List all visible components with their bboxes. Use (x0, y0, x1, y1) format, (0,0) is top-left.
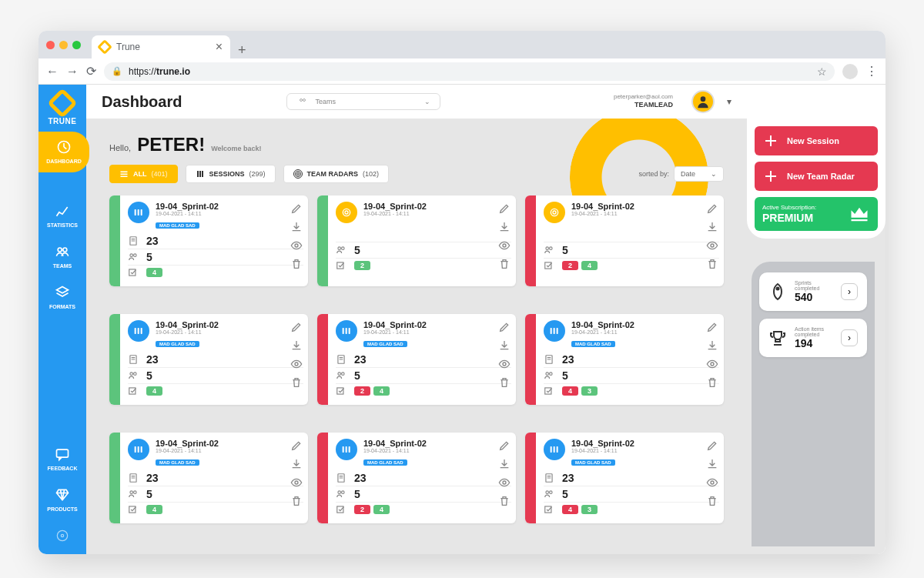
download-icon[interactable] (497, 220, 511, 234)
browser-tab[interactable]: Trune × (92, 35, 230, 58)
trash-icon[interactable] (497, 494, 511, 508)
new-tab-button[interactable]: + (238, 42, 246, 58)
tab-close-icon[interactable]: × (216, 40, 223, 54)
people-count: 5 (562, 244, 568, 256)
check-icon (128, 504, 139, 515)
eye-icon[interactable] (290, 239, 303, 252)
eye-icon[interactable] (290, 476, 303, 489)
stat-sprints[interactable]: Sprints completed 540 › (759, 272, 867, 311)
trash-icon[interactable] (497, 257, 511, 271)
session-card[interactable]: 19-04_Sprint-02 19-04-2021 - 14:11 MAD G… (109, 314, 308, 405)
edit-icon[interactable] (290, 439, 303, 453)
browser-menu-icon[interactable]: ⋮ (865, 64, 878, 79)
reload-icon[interactable]: ⟳ (86, 64, 96, 79)
download-icon[interactable] (705, 457, 719, 471)
download-icon[interactable] (290, 339, 303, 352)
window-close-dot[interactable] (46, 41, 55, 49)
back-icon[interactable]: ← (46, 65, 59, 79)
user-menu-chevron-icon[interactable]: ▾ (727, 96, 732, 107)
edit-icon[interactable] (705, 202, 719, 215)
edit-icon[interactable] (497, 320, 511, 334)
session-card[interactable]: 19-04_Sprint-02 19-04-2021 - 14:11 MAD G… (109, 433, 308, 523)
download-icon[interactable] (705, 339, 719, 352)
trash-icon[interactable] (705, 376, 719, 389)
chevron-right-icon[interactable]: › (841, 329, 858, 346)
svg-rect-78 (129, 506, 136, 513)
session-card[interactable]: 19-04_Sprint-02 19-04-2021 - 14:11 MAD G… (525, 314, 724, 405)
card-grid: 19-04_Sprint-02 19-04-2021 - 14:11 MAD G… (86, 183, 747, 554)
session-card[interactable]: 19-04_Sprint-02 19-04-2021 - 14:11 5 2 (317, 195, 516, 286)
sidebar-item-formats[interactable]: FORMATS (38, 277, 86, 318)
doc-count: 23 (146, 353, 159, 366)
svg-point-97 (550, 491, 553, 494)
new-session-button[interactable]: New Session (755, 126, 878, 155)
svg-rect-70 (135, 446, 136, 453)
session-card[interactable]: 19-04_Sprint-02 19-04-2021 - 14:11 MAD G… (317, 433, 516, 523)
profile-icon[interactable] (842, 64, 858, 79)
sort-label: sorted by: (638, 170, 669, 178)
forward-icon[interactable]: → (66, 65, 79, 79)
new-radar-button[interactable]: New Team Radar (755, 162, 878, 191)
filter-sessions[interactable]: SESSIONS (299) (186, 165, 276, 183)
download-icon[interactable] (290, 457, 303, 471)
sidebar-item-feedback[interactable]: FEEDBACK (38, 439, 86, 479)
url-input[interactable]: 🔒 https://trune.io ☆ (104, 62, 835, 81)
sidebar-item-settings[interactable] (38, 520, 86, 554)
eye-icon[interactable] (705, 476, 719, 489)
trash-icon[interactable] (290, 376, 303, 389)
window-max-dot[interactable] (72, 41, 81, 49)
trash-icon[interactable] (497, 376, 511, 389)
brand-name: TRUNE (49, 117, 77, 125)
eye-icon[interactable] (705, 357, 719, 371)
filter-all[interactable]: ALL (401) (109, 165, 178, 183)
eye-icon[interactable] (497, 357, 511, 371)
svg-point-34 (553, 211, 556, 214)
url-text: https://trune.io (129, 66, 190, 77)
trash-icon[interactable] (705, 257, 719, 271)
sidebar-item-statistics[interactable]: STATISTICS (38, 195, 86, 236)
badge: 4 (581, 261, 598, 270)
edit-icon[interactable] (705, 439, 719, 453)
download-icon[interactable] (290, 220, 303, 234)
subscription-badge[interactable]: Active Subscription: PREMIUM (755, 197, 878, 231)
download-icon[interactable] (705, 220, 719, 234)
sidebar-item-teams[interactable]: TEAMS (38, 236, 86, 277)
edit-icon[interactable] (705, 320, 719, 334)
page-title: Dashboard (102, 93, 182, 111)
stat-actions[interactable]: Action items completed 194 › (759, 319, 867, 357)
eye-icon[interactable] (290, 357, 303, 371)
trash-icon[interactable] (290, 257, 303, 271)
team-selector[interactable]: Teams ⌄ (286, 93, 440, 110)
plus-icon (762, 132, 779, 149)
badge: 3 (581, 505, 598, 514)
people-count: 5 (146, 488, 152, 500)
edit-icon[interactable] (290, 202, 303, 215)
session-card[interactable]: 19-04_Sprint-02 19-04-2021 - 14:11 MAD G… (109, 195, 308, 286)
sidebar-item-dashboard[interactable]: DASHBOARD (38, 132, 89, 172)
eye-icon[interactable] (705, 239, 719, 252)
session-card[interactable]: 19-04_Sprint-02 19-04-2021 - 14:11 5 24 (525, 195, 724, 286)
window-min-dot[interactable] (59, 41, 68, 49)
sidebar-item-products[interactable]: PRODUCTS (38, 479, 86, 520)
session-card[interactable]: 19-04_Sprint-02 19-04-2021 - 14:11 MAD G… (525, 433, 724, 523)
filter-radars[interactable]: TEAM RADARS (102) (283, 165, 390, 183)
address-bar: ← → ⟳ 🔒 https://trune.io ☆ ⋮ (38, 58, 886, 85)
edit-icon[interactable] (290, 320, 303, 334)
check-icon (128, 267, 139, 278)
trash-icon[interactable] (290, 494, 303, 508)
download-icon[interactable] (497, 457, 511, 471)
avatar[interactable] (691, 90, 715, 113)
edit-icon[interactable] (497, 202, 511, 215)
edit-icon[interactable] (497, 439, 511, 453)
eye-icon[interactable] (497, 476, 511, 489)
badge: 4 (146, 505, 162, 514)
brand-logo[interactable]: TRUNE (49, 85, 77, 132)
chevron-right-icon[interactable]: › (841, 283, 858, 300)
svg-rect-92 (557, 446, 558, 453)
download-icon[interactable] (497, 339, 511, 352)
sort-select[interactable]: Date ⌄ (674, 166, 724, 182)
trash-icon[interactable] (705, 494, 719, 508)
eye-icon[interactable] (497, 239, 511, 252)
session-card[interactable]: 19-04_Sprint-02 19-04-2021 - 14:11 MAD G… (317, 314, 516, 405)
bookmark-icon[interactable]: ☆ (817, 65, 827, 78)
